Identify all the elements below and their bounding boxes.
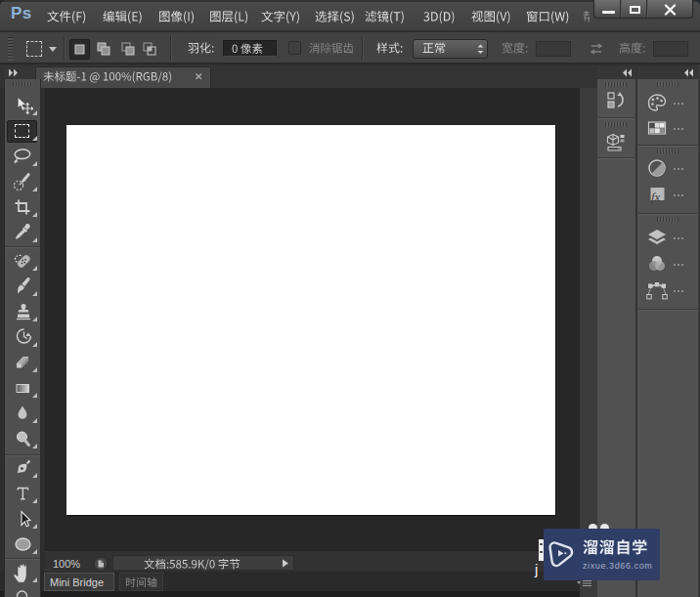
svg-text:fx: fx <box>651 190 661 204</box>
